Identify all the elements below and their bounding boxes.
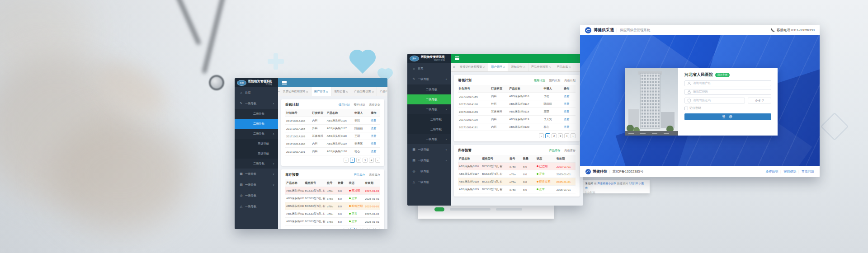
sidebar-item[interactable]: ⌂ 首页	[407, 63, 451, 74]
sidebar-item[interactable]: ▦ 一级导航 ∨	[235, 169, 278, 179]
tab[interactable]: 资质证件效期预警 ⊙	[280, 87, 311, 96]
tab[interactable]: 产品分类设置 ⊙	[528, 63, 554, 71]
page-button[interactable]: ›	[571, 133, 576, 138]
sidebar-item[interactable]: 二级导航	[407, 94, 451, 104]
sidebar-item[interactable]: 二级导航	[407, 84, 451, 94]
sidebar-item[interactable]: 三级导航	[235, 149, 278, 159]
page-button[interactable]: 2	[356, 228, 361, 229]
card-link[interactable]: 高值计划	[369, 103, 380, 107]
tab-refresh-icon[interactable]: ⊙	[569, 66, 571, 69]
page-button[interactable]: ‹	[344, 158, 349, 163]
view-link[interactable]: 查看	[371, 119, 376, 122]
collapse-tabs-icon[interactable]: «	[451, 63, 457, 71]
card-link[interactable]: 预约计划	[549, 79, 561, 83]
card-link[interactable]: 领用计划	[534, 79, 545, 83]
view-link[interactable]: 查看	[564, 110, 569, 113]
sidebar-item[interactable]: △ 一级导航	[407, 177, 451, 187]
footer-link[interactable]: 操作说明	[765, 169, 778, 174]
menu-toggle-icon[interactable]	[455, 58, 459, 59]
tab[interactable]: 产品分类设置 ⊙	[351, 87, 377, 96]
footer-link[interactable]: 常见问题	[796, 169, 814, 174]
footer-link[interactable]: 密钥驱动	[778, 169, 796, 174]
notification-text-part: 新建项目	[616, 182, 628, 185]
page-button[interactable]: 1	[350, 158, 355, 163]
card-link[interactable]: 产品库存	[354, 173, 365, 177]
menu-toggle-icon[interactable]	[282, 82, 287, 83]
tab-refresh-icon[interactable]: ⊙	[523, 66, 525, 69]
app-brand-text: 医院物资管理系统 临床科室端	[421, 55, 445, 61]
sidebar-item[interactable]: ⌂ 首页	[235, 87, 278, 98]
card-link[interactable]: 高值库存	[369, 173, 380, 177]
view-link[interactable]: 查看	[371, 126, 376, 130]
page-button[interactable]: 2	[356, 158, 361, 163]
card-link[interactable]: 领用计划	[339, 103, 350, 107]
sidebar-item-label: 三级导航	[430, 117, 447, 122]
tab[interactable]: 资质证件效期预警 ⊙	[457, 63, 488, 71]
page-button[interactable]: ‹	[539, 133, 544, 138]
view-link[interactable]: 查看	[371, 142, 376, 145]
card-link[interactable]: 产品库存	[549, 149, 561, 153]
tab-refresh-icon[interactable]: ⊙	[549, 66, 551, 69]
tab[interactable]: 产品出库 ⊙	[377, 87, 387, 96]
view-link[interactable]: 查看	[564, 117, 569, 121]
password-input[interactable]: 请填写密码	[684, 89, 771, 95]
tab[interactable]: 通知公告 ⊙	[508, 63, 528, 71]
view-link[interactable]: 查看	[564, 102, 569, 105]
sidebar-item[interactable]: 二级导航 ∧	[407, 104, 451, 114]
username-input[interactable]: 请填写用户名	[684, 80, 771, 86]
tab-refresh-icon[interactable]: ⊙	[483, 66, 486, 69]
tab[interactable]: 用户管理 ⊙	[311, 87, 331, 96]
sidebar-item[interactable]: 二级导航 ∧	[235, 129, 278, 139]
page-button[interactable]: 3	[558, 133, 563, 138]
sidebar-item[interactable]: ◎ 一级导航	[407, 166, 451, 177]
page-button[interactable]: 4	[369, 158, 374, 163]
sidebar-item[interactable]: 二级导航 ∨	[235, 159, 278, 169]
card-link[interactable]: 高值库存	[564, 149, 576, 153]
login-card: 河北省人民医院 演示专用 请填写用户名 请填写密码 请填写验	[625, 68, 778, 136]
captcha-input[interactable]: 请填写验证码	[684, 98, 745, 103]
sidebar-item[interactable]: ◎ 一级导航	[235, 190, 278, 201]
sidebar-item[interactable]: ▦ 一级导航 ∨	[407, 144, 451, 155]
qty-cell: 8.0	[337, 210, 348, 218]
card-link[interactable]: 高值计划	[564, 79, 576, 83]
page-button[interactable]: 1	[350, 228, 355, 229]
tab-refresh-icon[interactable]: ⊙	[503, 66, 505, 69]
admin-content: 采购计划 领用计划预约计划高值计划 计划单号 订货科室 产品名称 申请人 操作	[278, 96, 387, 229]
page-button[interactable]: 3	[363, 158, 368, 163]
tab[interactable]: 产品出库 ⊙	[554, 63, 574, 71]
captcha-question[interactable]: 6+8=?	[748, 98, 771, 103]
sidebar-item[interactable]: 二级导航	[235, 109, 278, 119]
tab[interactable]: 通知公告 ⊙	[331, 87, 351, 96]
page-button[interactable]: 2	[552, 133, 557, 138]
remember-checkbox[interactable]	[684, 107, 688, 110]
card-link[interactable]: 预约计划	[354, 103, 365, 107]
sidebar-item[interactable]: 二级导航	[235, 119, 278, 129]
sidebar-item[interactable]: 三级导航	[235, 139, 278, 149]
tab-refresh-icon[interactable]: ⊙	[372, 90, 374, 93]
page-button[interactable]: ‹	[344, 228, 349, 229]
view-link[interactable]: 查看	[371, 150, 376, 153]
sidebar-item[interactable]: 三级导航	[407, 124, 451, 134]
tab-refresh-icon[interactable]: ⊙	[346, 90, 349, 93]
tab-refresh-icon[interactable]: ⊙	[306, 90, 308, 93]
page-button[interactable]: 4	[564, 133, 569, 138]
sidebar-item[interactable]: 三级导航	[407, 114, 451, 124]
view-link[interactable]: 查看	[371, 134, 376, 137]
sidebar-item[interactable]: ▤ 一级导航 ∨	[407, 155, 451, 166]
page-button[interactable]: 3	[363, 228, 368, 229]
sidebar-item[interactable]: ▤ 一级导航 ∨	[235, 179, 278, 190]
sidebar-item[interactable]: ✎ 一级导航 ∧	[235, 98, 278, 109]
tab[interactable]: 用户管理 ⊙	[488, 63, 508, 71]
tab-refresh-icon[interactable]: ⊙	[326, 90, 328, 93]
page-button[interactable]: ›	[375, 228, 380, 229]
page-button[interactable]: ›	[375, 158, 380, 163]
view-link[interactable]: 查看	[564, 94, 569, 98]
sidebar-item[interactable]: △ 一级导航	[235, 201, 278, 212]
view-link[interactable]: 查看	[564, 125, 569, 128]
sidebar-item[interactable]: 二级导航 ∨	[407, 134, 451, 144]
login-button[interactable]: 登 录	[684, 113, 771, 120]
sidebar-item[interactable]: ✎ 一级导航 ∧	[407, 74, 451, 84]
page-button[interactable]: 1	[545, 133, 550, 138]
page-button[interactable]: 4	[369, 228, 374, 229]
sidebar-item-label: 二级导航	[426, 137, 445, 141]
